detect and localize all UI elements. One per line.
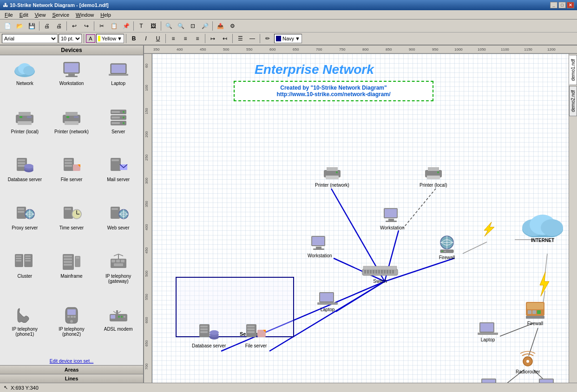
- new-button[interactable]: 📄: [2, 21, 13, 31]
- align-center-button[interactable]: ≡: [180, 33, 191, 44]
- node-firewall3[interactable]: Firewall: [524, 300, 546, 326]
- node-laptop1[interactable]: Laptop: [317, 291, 338, 312]
- print-preview-button[interactable]: 🖨: [41, 21, 52, 31]
- svg-rect-166: [386, 221, 397, 222]
- node-printer-local[interactable]: Printer (local): [420, 164, 447, 188]
- laptop1-canvas-label: Laptop: [321, 307, 335, 312]
- edit-device-icon-link[interactable]: Edit device icon set...: [0, 357, 143, 365]
- fill-color-icon[interactable]: A: [86, 34, 95, 43]
- device-mainframe[interactable]: Mainframe: [49, 250, 95, 302]
- align-left-button[interactable]: ≡: [168, 33, 179, 44]
- mail-server-label: Mail server: [107, 177, 130, 182]
- device-server[interactable]: Server: [95, 105, 141, 153]
- node-laptop2[interactable]: Laptop: [478, 321, 498, 342]
- device-ip-telephony-gw[interactable]: IP telephony (gateway): [95, 250, 141, 302]
- export-button[interactable]: 📤: [215, 21, 226, 31]
- svg-rect-176: [373, 270, 374, 274]
- node-laptop3[interactable]: Laptop: [479, 377, 500, 383]
- separator12: [260, 34, 260, 43]
- svg-rect-15: [27, 116, 32, 118]
- menu-view[interactable]: View: [32, 11, 49, 19]
- font-size-select[interactable]: 10 pt.: [59, 34, 82, 43]
- device-mail-server[interactable]: Mail server: [95, 153, 141, 201]
- font-name-select[interactable]: Arial: [2, 34, 58, 43]
- minimize-button[interactable]: _: [550, 2, 557, 8]
- menu-window[interactable]: Window: [73, 11, 97, 19]
- svg-rect-218: [247, 331, 255, 333]
- separator11: [232, 34, 233, 43]
- device-cluster[interactable]: Cluster: [2, 250, 48, 302]
- svg-rect-87: [71, 316, 73, 318]
- menu-service[interactable]: Service: [49, 11, 72, 19]
- device-adsl-modem[interactable]: ADSL modem: [95, 303, 141, 355]
- text-color-picker[interactable]: Navy ▼: [274, 34, 302, 43]
- undo-button[interactable]: ↩: [69, 21, 80, 31]
- close-button[interactable]: ✕: [567, 2, 574, 8]
- list-button[interactable]: ☰: [235, 33, 246, 44]
- svg-rect-210: [200, 328, 208, 330]
- device-printer-local[interactable]: Printer (local): [2, 105, 48, 153]
- tab-demo1[interactable]: demo1.ndf: [569, 55, 577, 85]
- fit-button[interactable]: ⊡: [187, 21, 198, 31]
- device-printer-network[interactable]: Printer (network): [49, 105, 95, 153]
- bold-button[interactable]: B: [128, 33, 139, 44]
- italic-button[interactable]: I: [140, 33, 151, 44]
- device-network[interactable]: Network: [2, 57, 48, 105]
- paste-button[interactable]: 📌: [120, 21, 131, 31]
- line-button[interactable]: —: [247, 33, 258, 44]
- node-radiorouter[interactable]: Radiorouter: [516, 350, 540, 374]
- node-printer-network[interactable]: Printer (network): [315, 164, 349, 188]
- device-laptop[interactable]: Laptop: [95, 57, 141, 105]
- menu-file[interactable]: File: [2, 11, 16, 19]
- canvas[interactable]: Enterprise Network Created by "10-Strike…: [152, 54, 577, 383]
- device-time-server[interactable]: Time server: [49, 202, 95, 249]
- svg-line-83: [114, 254, 118, 256]
- indent-button[interactable]: ↦: [207, 33, 218, 44]
- zoom-100-button[interactable]: 🔎: [199, 21, 210, 31]
- areas-button[interactable]: Areas: [0, 365, 143, 374]
- save-button[interactable]: 💾: [26, 21, 37, 31]
- device-file-server[interactable]: File server: [49, 153, 95, 201]
- device-database-server[interactable]: Database server: [2, 153, 48, 201]
- menu-edit[interactable]: Edit: [17, 11, 31, 19]
- text-button[interactable]: T: [136, 21, 147, 31]
- maximize-button[interactable]: □: [558, 2, 566, 8]
- open-button[interactable]: 📂: [14, 21, 25, 31]
- node-database-server[interactable]: Database server: [192, 323, 226, 348]
- text-color-icon[interactable]: ✏: [262, 33, 273, 44]
- lines-button[interactable]: Lines: [0, 374, 143, 383]
- zoom-out-button[interactable]: 🔍: [175, 21, 186, 31]
- svg-rect-173: [364, 270, 366, 274]
- redo-button[interactable]: ↪: [81, 21, 92, 31]
- underline-button[interactable]: U: [152, 33, 164, 44]
- node-laptop4[interactable]: Laptop: [537, 377, 557, 383]
- tab-demo2[interactable]: demo2.ndf: [569, 86, 577, 116]
- svg-text:250: 250: [144, 154, 149, 161]
- svg-rect-189: [444, 251, 446, 252]
- device-proxy-server[interactable]: Proxy server: [2, 202, 48, 249]
- svg-rect-47: [18, 208, 24, 210]
- cut-button[interactable]: ✂: [96, 21, 107, 31]
- device-workstation[interactable]: Workstation: [49, 57, 95, 105]
- fill-color-picker[interactable]: Yellow ▼: [96, 34, 124, 43]
- menu-help[interactable]: Help: [98, 11, 114, 19]
- node-workstation1[interactable]: Workstation: [380, 207, 405, 230]
- device-ip-phone1[interactable]: IP telephony (phone1): [2, 303, 48, 355]
- image-button[interactable]: 🖼: [148, 21, 159, 31]
- node-internet[interactable]: INTERNET: [519, 212, 566, 243]
- node-switch[interactable]: Switch: [361, 265, 399, 284]
- firewall1-canvas-icon: [437, 234, 457, 255]
- print-button[interactable]: 🖨: [53, 21, 65, 31]
- node-firewall1[interactable]: Firewall: [437, 234, 457, 260]
- align-right-button[interactable]: ≡: [192, 33, 203, 44]
- device-web-server[interactable]: Web sever: [95, 202, 141, 249]
- outdent-button[interactable]: ↤: [219, 33, 230, 44]
- zoom-in-button[interactable]: 🔍: [163, 21, 174, 31]
- node-file-server[interactable]: File server: [244, 323, 268, 348]
- device-ip-phone2[interactable]: IP telephony (phone2): [49, 303, 95, 355]
- workstation-label: Workstation: [59, 81, 84, 86]
- copy-button[interactable]: 📋: [108, 21, 119, 31]
- settings-button[interactable]: ⚙: [227, 21, 238, 31]
- node-workstation2[interactable]: Workstation: [308, 235, 332, 258]
- ruler-vertical: 60 100 150 200 250 300 350 400 450 500 5…: [144, 54, 152, 383]
